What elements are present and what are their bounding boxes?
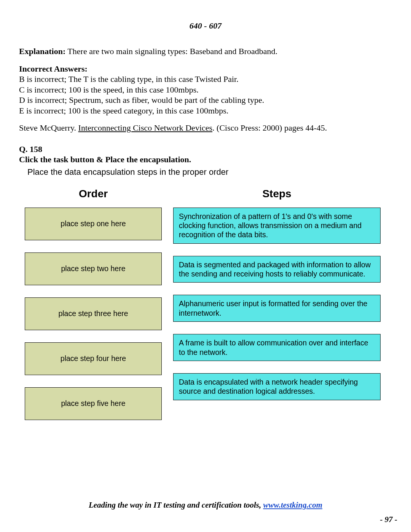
footer-link[interactable]: www.testking.com	[263, 500, 322, 510]
order-header: Order	[25, 188, 162, 200]
step-item-4[interactable]: A frame is built to allow communication …	[173, 334, 381, 361]
step-item-3[interactable]: Alphanumeric user input is formatted for…	[173, 295, 381, 322]
order-slot-4[interactable]: place step four here	[25, 342, 162, 375]
order-slot-2-label: place step two here	[61, 264, 125, 273]
body-text: Explanation: There are two main signalin…	[19, 46, 392, 165]
reference-line: Steve McQuerry. Interconnecting Cisco Ne…	[19, 123, 392, 133]
order-column: Order place step one here place step two…	[25, 188, 162, 432]
order-slot-5[interactable]: place step five here	[25, 387, 162, 420]
question-instruction: Place the data encapsulation steps in th…	[27, 167, 392, 177]
step-item-4-text: A frame is built to allow communication …	[179, 338, 375, 357]
incorrect-line-d: D is incorrect; Spectrum, such as fiber,…	[19, 95, 392, 105]
incorrect-line-c: C is incorrect; 100 is the speed, in thi…	[19, 85, 392, 95]
order-slot-1-label: place step one here	[61, 219, 126, 228]
step-item-1[interactable]: Synchronization of a pattern of 1's and …	[173, 208, 381, 244]
steps-header: Steps	[173, 188, 381, 200]
order-slot-2[interactable]: place step two here	[25, 252, 162, 285]
reference-author: Steve McQuerry.	[19, 123, 78, 133]
order-slot-5-label: place step five here	[61, 399, 125, 408]
steps-column: Steps Synchronization of a pattern of 1'…	[173, 188, 381, 432]
footer-lead: Leading the way in IT testing and certif…	[89, 500, 263, 510]
page-number: - 97 -	[380, 515, 398, 524]
incorrect-line-e: E is incorrect; 100 is the speed categor…	[19, 105, 392, 116]
footer: Leading the way in IT testing and certif…	[0, 500, 411, 510]
step-item-5-text: Data is encapsulated with a network head…	[179, 377, 375, 396]
header-code: 640 - 607	[19, 21, 392, 31]
reference-title: Interconnecting Cisco Network Devices	[78, 123, 213, 133]
order-slot-4-label: place step four here	[61, 354, 126, 363]
step-item-3-text: Alphanumeric user input is formatted for…	[179, 299, 375, 318]
reference-tail: . (Cisco Press: 2000) pages 44-45.	[212, 123, 327, 133]
step-item-1-text: Synchronization of a pattern of 1's and …	[179, 212, 375, 240]
incorrect-label: Incorrect Answers:	[19, 64, 392, 74]
step-item-2[interactable]: Data is segmented and packaged with info…	[173, 256, 381, 283]
question-prompt: Click the task button & Place the encaps…	[19, 154, 392, 165]
incorrect-line-b: B is incorrect; The T is the cabling typ…	[19, 74, 392, 85]
drag-drop-area: Order place step one here place step two…	[19, 188, 392, 432]
order-slot-3-label: place step three here	[58, 309, 128, 318]
explanation-line: Explanation: There are two main signalin…	[19, 46, 392, 57]
order-slot-3[interactable]: place step three here	[25, 297, 162, 330]
order-slot-1[interactable]: place step one here	[25, 208, 162, 240]
explanation-text: There are two main signaling types: Base…	[65, 46, 277, 56]
explanation-label: Explanation:	[19, 46, 65, 56]
step-item-2-text: Data is segmented and packaged with info…	[179, 260, 375, 279]
step-item-5[interactable]: Data is encapsulated with a network head…	[173, 373, 381, 400]
question-number: Q. 158	[19, 144, 392, 155]
